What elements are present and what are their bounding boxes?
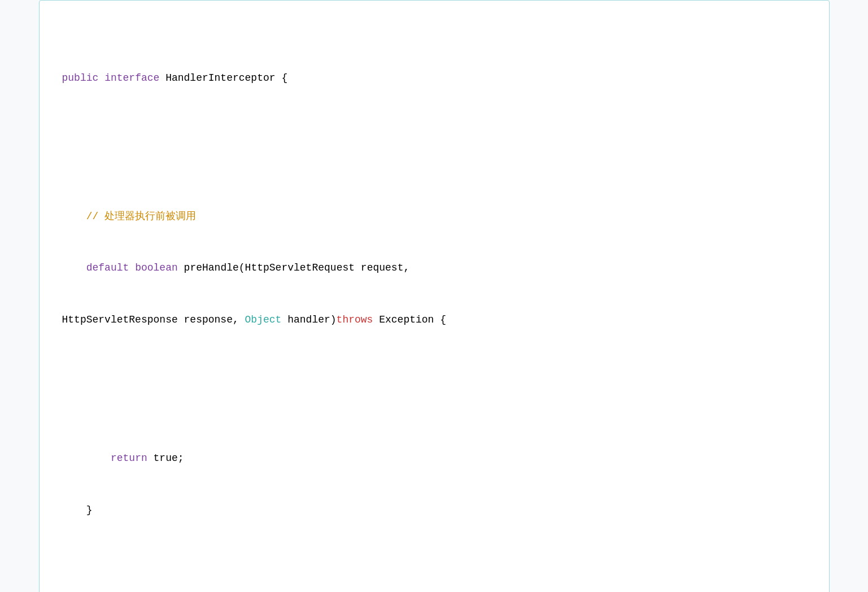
line-2 xyxy=(62,138,806,156)
line-4: default boolean preHandle(HttpServletReq… xyxy=(62,259,806,277)
line-7: return true; xyxy=(62,450,806,467)
code-block: public interface HandlerInterceptor { //… xyxy=(62,18,806,592)
line-6 xyxy=(62,380,806,398)
code-container: public interface HandlerInterceptor { //… xyxy=(39,0,830,592)
line-9 xyxy=(62,571,806,588)
line-5: HttpServletResponse response, Object han… xyxy=(62,311,806,329)
line-3-comment: // 处理器执行前被调用 xyxy=(62,208,806,225)
line-1: public interface HandlerInterceptor { xyxy=(62,69,806,87)
line-8: } xyxy=(62,502,806,519)
